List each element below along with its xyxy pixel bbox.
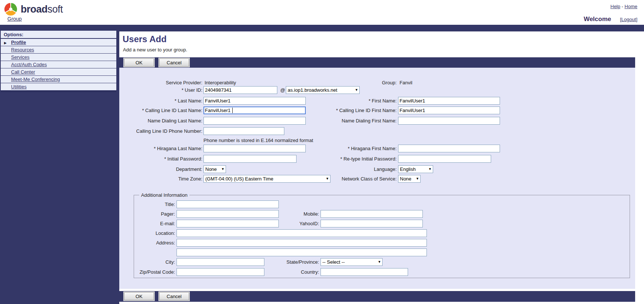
sidebar-item-utilities[interactable]: Utilities [1,83,116,91]
hiragana-last-label: * Hiragana Last Name: [119,145,202,153]
department-label: Department: [119,165,202,173]
location-label: Location: [134,229,175,237]
address-line2-input[interactable] [177,249,427,256]
pager-input[interactable] [177,210,279,218]
text-caret [232,108,233,113]
dropdown-arrow-icon: ▼ [221,167,225,171]
page-title: Users Add [123,34,167,44]
ok-button-top[interactable]: OK [124,58,154,67]
last-name-input[interactable] [203,97,306,105]
top-action-bar: OK Cancel [119,57,635,68]
first-name-input[interactable] [398,97,500,105]
cancel-button-bottom[interactable]: Cancel [159,292,189,300]
yahooid-input[interactable] [321,220,423,227]
sidebar-item-acct-auth-codes[interactable]: Acct/Auth Codes [1,61,116,68]
last-name-label: * Last Name: [119,97,202,105]
logout-link[interactable]: Logout [621,17,636,22]
at-sign: @ [280,86,285,94]
service-provider-label: Service Provider: [119,79,202,87]
location-input[interactable] [177,229,427,237]
city-label: City: [134,258,175,266]
city-input[interactable] [177,258,264,266]
hiragana-last-input[interactable] [203,145,306,152]
email-input[interactable] [177,220,279,227]
zip-postal-label: Zip/Postal Code: [134,268,175,276]
service-provider-value: Interoperability [205,79,236,87]
active-item-arrow-icon: ▶ [4,39,7,47]
breadcrumb: Group [7,16,22,22]
help-link[interactable]: Help [610,4,620,9]
main-content-panel: Users Add Add a new user to your group. … [119,31,644,304]
country-label: Country: [274,268,319,276]
clid-first-name-input[interactable] [398,107,500,114]
dropdown-arrow-icon: ▼ [355,88,358,92]
clid-last-name-label: * Calling Line ID Last Name: [119,107,202,115]
additional-information-fieldset: Additional Information Title: Pager: Mob… [134,195,630,278]
first-name-label: * First Name: [300,97,397,105]
additional-information-legend: Additional Information [139,192,189,198]
logout-bracket-close: ] [636,17,637,22]
yahooid-label: YahooID: [274,220,319,228]
ncos-label: Network Class of Service: [300,175,397,183]
initial-password-label: * Initial Password: [119,155,202,163]
language-select[interactable]: English▼ [398,165,433,173]
logo-wordmark: broadsoft [21,4,63,15]
broadsoft-logo-icon [4,1,18,17]
broadworks-users-add-page: broadsoft Help - Home Group Welcome[Logo… [0,0,644,304]
user-id-input[interactable] [203,86,277,94]
sidebar-item-profile[interactable]: ▶Profile [1,39,116,46]
mobile-input[interactable] [321,210,423,218]
options-sidebar: Options: ▶Profile Resources Services Acc… [1,31,116,92]
user-add-form: Service Provider: Interoperability Group… [119,68,635,289]
time-zone-label: Time Zone: [119,175,202,183]
sidebar-item-resources[interactable]: Resources [1,46,116,54]
ok-button-bottom[interactable]: OK [124,292,154,300]
email-label: E-mail: [134,220,175,228]
retype-password-input[interactable] [398,155,491,163]
sidebar-item-call-center[interactable]: Call Center [1,68,116,76]
initial-password-input[interactable] [203,155,297,163]
title-label: Title: [134,200,175,209]
hiragana-first-input[interactable] [398,145,500,152]
header-links: Help - Home [610,4,637,9]
app-header: broadsoft Help - Home Group Welcome[Logo… [0,0,644,25]
home-link[interactable]: Home [624,4,637,9]
pager-label: Pager: [134,210,175,218]
address-label: Address: [134,239,175,247]
name-dialing-last-label: Name Dialing Last Name: [119,117,202,125]
link-separator: - [620,4,625,9]
logo-word-soft: soft [48,4,63,15]
ncos-select[interactable]: None▼ [398,175,421,183]
title-input[interactable] [177,200,279,208]
hiragana-first-label: * Hiragana First Name: [300,145,397,153]
welcome-area: Welcome[Logout] [584,16,637,23]
bottom-action-bar: OK Cancel [119,291,635,302]
sidebar-item-services[interactable]: Services [1,54,116,61]
address-line1-input[interactable] [177,239,427,247]
group-breadcrumb-link[interactable]: Group [7,16,22,22]
retype-password-label: * Re-type Initial Password: [300,155,397,163]
state-province-select[interactable]: -- Select --▼ [321,258,383,266]
welcome-text: Welcome [584,16,611,23]
name-dialing-first-input[interactable] [398,117,500,125]
clid-last-name-input[interactable] [203,107,306,114]
domain-select[interactable]: as.iop1.broadworks.net▼ [286,86,360,94]
state-province-label: State/Province: [274,258,319,266]
clid-phone-input[interactable] [203,127,284,135]
sidebar-item-meet-me-conferencing[interactable]: Meet-Me Conferencing [1,76,116,83]
name-dialing-last-input[interactable] [203,117,306,125]
clid-first-name-label: * Calling Line ID First Name: [300,107,397,115]
cancel-button-top[interactable]: Cancel [159,58,189,67]
options-heading: Options: [1,31,116,39]
department-select[interactable]: None▼ [203,165,226,173]
country-input[interactable] [321,268,408,276]
clid-phone-label: Calling Line ID Phone Number: [119,127,202,135]
dropdown-arrow-icon: ▼ [428,167,432,171]
broadsoft-logo: broadsoft [4,1,63,17]
logo-word-broad: broad [21,4,48,15]
zip-postal-input[interactable] [177,268,264,276]
group-label: Group: [300,79,397,87]
dropdown-arrow-icon: ▼ [378,260,381,264]
user-id-label: * User ID: [119,86,202,94]
name-dialing-first-label: Name Dialing First Name: [300,117,397,125]
